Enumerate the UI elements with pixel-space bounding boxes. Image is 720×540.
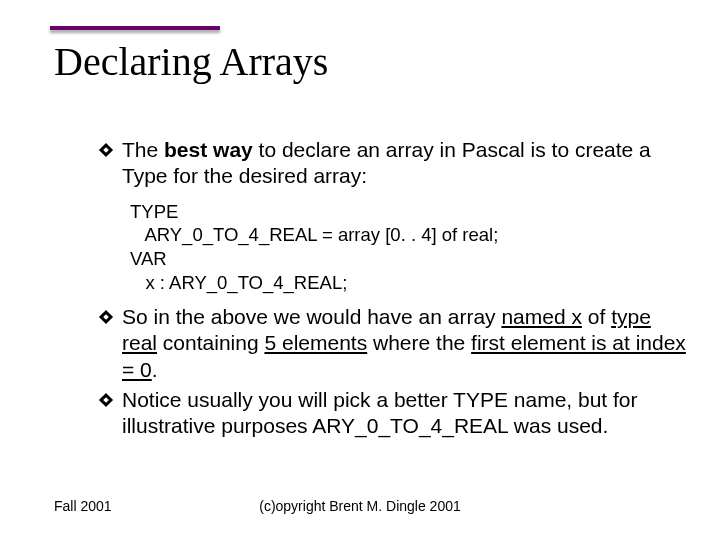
bullet-item: So in the above we would have an array n…: [100, 304, 690, 383]
slide-content: The best way to declare an array in Pasc…: [0, 91, 720, 439]
bullet-text: So in the above we would have an array n…: [122, 304, 690, 383]
code-block: TYPE ARY_0_TO_4_REAL = array [0. . 4] of…: [100, 194, 690, 305]
bullet-text: The best way to declare an array in Pasc…: [122, 137, 690, 190]
slide-title: Declaring Arrays: [0, 0, 720, 91]
diamond-bullet-icon: [100, 311, 112, 323]
text-fragment: The: [122, 138, 164, 161]
slide: Declaring Arrays The best way to declare…: [0, 0, 720, 540]
diamond-bullet-icon: [100, 144, 112, 156]
code-line: VAR: [130, 247, 690, 271]
text-bold: best way: [164, 138, 253, 161]
text-fragment: containing: [157, 331, 264, 354]
text-fragment: of: [582, 305, 611, 328]
text-fragment: where the: [367, 331, 471, 354]
code-line: x : ARY_0_TO_4_REAL;: [130, 271, 690, 295]
code-line: ARY_0_TO_4_REAL = array [0. . 4] of real…: [130, 223, 690, 247]
diamond-bullet-icon: [100, 394, 112, 406]
bullet-text: Notice usually you will pick a better TY…: [122, 387, 690, 440]
bullet-item: The best way to declare an array in Pasc…: [100, 137, 690, 190]
code-line: TYPE: [130, 200, 690, 224]
text-fragment: So in the above we would have an array: [122, 305, 501, 328]
text-underline: 5 elements: [264, 331, 367, 354]
text-underline: named x: [501, 305, 582, 328]
title-accent-rule: [50, 26, 220, 30]
bullet-item: Notice usually you will pick a better TY…: [100, 387, 690, 440]
footer-center: (c)opyright Brent M. Dingle 2001: [0, 498, 720, 514]
text-fragment: .: [152, 358, 158, 381]
